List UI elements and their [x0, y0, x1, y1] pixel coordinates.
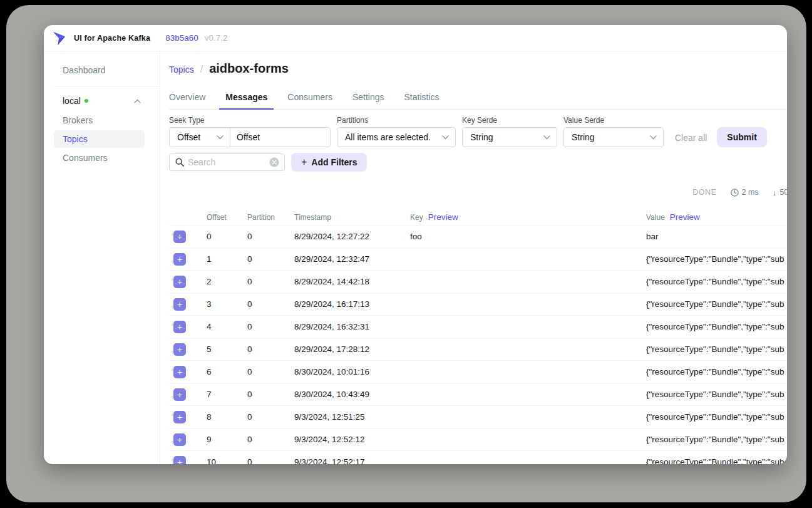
tab-statistics[interactable]: Statistics: [398, 87, 445, 110]
cell-offset: 3: [207, 299, 247, 309]
messages-table-body: + 0 0 8/29/2024, 12:27:22 foo bar + 1 0 …: [169, 225, 787, 464]
table-row: + 2 0 8/29/2024, 14:42:18 {"resourceType…: [169, 271, 787, 293]
filters-bar: Seek Type Offset Partitions: [169, 116, 787, 147]
chevron-down-icon: [543, 135, 550, 140]
cell-value: {"resourceType":"Bundle","type":"sub: [646, 345, 787, 354]
seek-offset-input[interactable]: [230, 132, 330, 142]
commit-link[interactable]: 83b5a60: [165, 33, 198, 43]
search-box: [169, 153, 285, 171]
add-filters-button[interactable]: + Add Filters: [291, 153, 367, 172]
key-serde-value: String: [470, 132, 493, 142]
expand-row-button[interactable]: +: [173, 456, 186, 465]
key-serde-select[interactable]: String: [462, 127, 557, 147]
expand-row-button[interactable]: +: [173, 321, 186, 333]
sidebar-cluster-local[interactable]: local: [44, 91, 160, 110]
expand-row-button[interactable]: +: [173, 411, 186, 423]
cell-value: bar: [646, 232, 787, 241]
cell-timestamp: 8/30/2024, 10:43:49: [294, 390, 410, 399]
sidebar-item-brokers[interactable]: Brokers: [54, 111, 145, 129]
cell-timestamp: 8/29/2024, 17:28:12: [294, 345, 410, 354]
cell-value: {"resourceType":"Bundle","type":"sub: [646, 322, 787, 331]
cell-partition: 0: [247, 232, 294, 241]
cell-offset: 0: [207, 232, 247, 241]
cell-partition: 0: [247, 412, 294, 422]
table-row: + 10 0 9/3/2024, 12:52:17 {"resourceType…: [169, 451, 787, 464]
expand-row-button[interactable]: +: [173, 276, 186, 288]
cell-timestamp: 8/29/2024, 16:17:13: [294, 299, 410, 309]
search-row: + Add Filters: [169, 153, 787, 172]
table-row: + 8 0 9/3/2024, 12:51:25 {"resourceType"…: [169, 406, 787, 428]
app-header: UI for Apache Kafka 83b5a60 v0.7.2: [44, 25, 787, 51]
expand-row-button[interactable]: +: [173, 253, 186, 266]
page-title: aidbox-forms: [209, 61, 289, 76]
sidebar: Dashboard local Brokers Topics Consumers: [44, 51, 160, 464]
clear-all-link[interactable]: Clear all: [675, 133, 707, 143]
app-title: UI for Apache Kafka: [74, 34, 150, 43]
expand-row-button[interactable]: +: [173, 343, 186, 356]
clear-search-icon[interactable]: [269, 157, 279, 167]
submit-button[interactable]: Submit: [717, 127, 766, 147]
value-serde-select[interactable]: String: [563, 127, 664, 147]
table-row: + 3 0 8/29/2024, 16:17:13 {"resourceType…: [169, 293, 787, 316]
cell-partition: 0: [247, 277, 294, 286]
arrow-down-icon: ↓: [773, 188, 777, 197]
cell-timestamp: 9/3/2024, 12:52:12: [294, 435, 410, 444]
cell-partition: 0: [247, 254, 294, 264]
table-row: + 1 0 8/29/2024, 12:32:47 {"resourceType…: [169, 248, 787, 271]
cell-value: {"resourceType":"Bundle","type":"sub: [646, 277, 787, 286]
cell-partition: 0: [247, 457, 294, 464]
cell-offset: 9: [207, 435, 247, 444]
kafka-ui-logo-icon: [51, 30, 68, 46]
plus-icon: +: [301, 157, 307, 168]
table-row: + 7 0 8/30/2024, 10:43:49 {"resourceType…: [169, 383, 787, 406]
status-bytes: ↓ 50 K: [773, 188, 787, 197]
table-row: + 0 0 8/29/2024, 12:27:22 foo bar: [169, 225, 787, 248]
seek-type-select[interactable]: Offset: [170, 128, 230, 147]
sidebar-item-dashboard[interactable]: Dashboard: [54, 61, 145, 80]
cell-timestamp: 8/29/2024, 12:27:22: [294, 232, 410, 241]
breadcrumb-topics-link[interactable]: Topics: [169, 65, 194, 75]
status-phase: DONE: [692, 188, 717, 197]
partitions-select[interactable]: All items are selected.: [337, 127, 456, 147]
expand-row-button[interactable]: +: [173, 298, 186, 311]
cell-value: {"resourceType":"Bundle","type":"sub: [646, 390, 787, 399]
expand-row-button[interactable]: +: [173, 388, 186, 401]
key-serde-label: Key Serde: [462, 116, 557, 125]
tab-settings[interactable]: Settings: [346, 87, 391, 110]
key-preview-link[interactable]: Preview: [428, 212, 458, 222]
messages-table-header: Offset Partition Timestamp Key Preview V…: [169, 209, 787, 225]
cell-timestamp: 9/3/2024, 12:51:25: [294, 412, 410, 422]
sidebar-item-topics[interactable]: Topics: [54, 130, 145, 148]
topic-tabs: Overview Messages Consumers Settings Sta…: [169, 87, 787, 110]
cell-offset: 6: [207, 367, 247, 376]
sidebar-item-consumers[interactable]: Consumers: [54, 149, 145, 167]
tab-consumers[interactable]: Consumers: [281, 87, 339, 110]
partitions-value: All items are selected.: [345, 132, 431, 142]
seek-type-control: Offset: [169, 127, 331, 147]
chevron-down-icon: [442, 135, 449, 140]
cell-partition: 0: [247, 367, 294, 376]
status-bar: DONE 2 ms ↓ 50 K: [169, 185, 787, 199]
cell-offset: 7: [207, 390, 247, 399]
tab-overview[interactable]: Overview: [163, 87, 212, 110]
expand-row-button[interactable]: +: [173, 366, 186, 378]
expand-row-button[interactable]: +: [173, 433, 186, 446]
cell-value: {"resourceType":"Bundle","type":"sub: [646, 367, 787, 376]
header-key: Key: [410, 213, 423, 222]
cluster-online-dot-icon: [85, 99, 88, 103]
table-row: + 5 0 8/29/2024, 17:28:12 {"resourceType…: [169, 338, 787, 361]
cell-offset: 10: [207, 457, 247, 464]
expand-row-button[interactable]: +: [173, 231, 186, 243]
search-input[interactable]: [188, 157, 265, 167]
cell-offset: 2: [207, 277, 247, 286]
cell-partition: 0: [247, 345, 294, 354]
value-preview-link[interactable]: Preview: [670, 212, 700, 222]
partitions-label: Partitions: [337, 116, 456, 125]
tab-messages[interactable]: Messages: [219, 87, 274, 110]
cell-offset: 1: [207, 254, 247, 264]
sidebar-divider: [54, 86, 160, 86]
chevron-down-icon: [650, 135, 657, 140]
cluster-name-label: local: [63, 96, 81, 106]
table-row: + 4 0 8/29/2024, 16:32:31 {"resourceType…: [169, 316, 787, 338]
add-filters-label: Add Filters: [311, 157, 357, 167]
